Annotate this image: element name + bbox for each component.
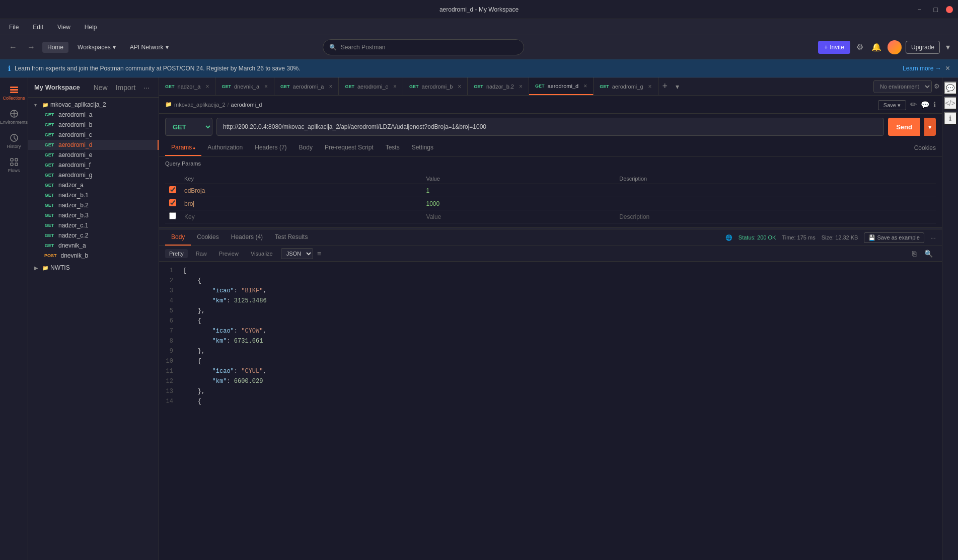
tab-close-icon[interactable]: × [329,83,332,90]
resp-tab-body[interactable]: Body [165,229,191,246]
tab-aerodromi_c[interactable]: GET aerodromi_c × [339,77,403,95]
format-icon-button[interactable]: ≡ [317,250,321,258]
param-checkbox-empty[interactable] [169,212,176,219]
banner-close-button[interactable]: × [945,64,950,73]
upgrade-dropdown-button[interactable]: ▾ [944,40,952,54]
tab-tests[interactable]: Tests [380,140,406,156]
add-tab-button[interactable]: + [658,81,672,92]
resp-tab-headers[interactable]: Headers (4) [225,229,269,246]
notifications-button[interactable]: 🔔 [869,40,883,54]
tree-item-nadzor_b2[interactable]: GET nadzor_b.2 [28,200,159,210]
menu-edit[interactable]: Edit [30,22,46,33]
sidebar-item-history[interactable]: History [3,130,25,152]
pretty-button[interactable]: Pretty [165,249,188,258]
more-tabs-button[interactable]: ▾ [672,83,683,91]
info-button[interactable]: ℹ [933,100,936,109]
tree-item-aerodromi_c[interactable]: GET aerodromi_c [28,130,159,140]
close-button[interactable] [946,6,953,13]
invite-button[interactable]: + Invite [818,41,850,54]
sidebar-item-environments[interactable]: Environments [3,106,25,128]
tab-nadzor_a[interactable]: GET nadzor_a × [159,77,215,95]
tab-params[interactable]: Params● [165,140,201,156]
tree-item-dnevnik_a[interactable]: GET dnevnik_a [28,241,159,251]
avatar[interactable] [888,40,902,54]
breadcrumb-collection[interactable]: mkovac_aplikacija_2 [174,102,226,108]
tree-item-nadzor_b1[interactable]: GET nadzor_b.1 [28,190,159,200]
maximize-button[interactable]: □ [930,5,942,15]
menu-help[interactable]: Help [82,22,100,33]
copy-button[interactable]: ⎘ [909,248,919,259]
menu-view[interactable]: View [54,22,73,33]
tab-pre-request[interactable]: Pre-request Script [319,140,380,156]
visualize-button[interactable]: Visualize [247,249,277,258]
right-icon-2[interactable]: </> [944,97,957,110]
comment-button[interactable]: 💬 [921,100,929,109]
tab-dnevnik_a[interactable]: GET dnevnik_a × [215,77,274,95]
tab-headers[interactable]: Headers (7) [249,140,292,156]
settings-button[interactable]: ⚙ [854,40,865,54]
url-input[interactable] [216,118,884,136]
tree-item-nadzor_a[interactable]: GET nadzor_a [28,180,159,190]
menu-file[interactable]: File [6,22,22,33]
learn-more-link[interactable]: Learn more → [903,65,941,72]
param-value-1[interactable]: 1 [422,184,616,197]
tab-aerodromi_d[interactable]: GET aerodromi_d × [529,77,594,95]
sidebar-item-collections[interactable]: Collections [3,82,25,104]
tab-authorization[interactable]: Authorization [201,140,249,156]
env-settings-button[interactable]: ⚙ [932,81,942,92]
tab-settings[interactable]: Settings [406,140,439,156]
tab-close-icon[interactable]: × [393,83,397,90]
resp-tab-test-results[interactable]: Test Results [269,229,314,246]
home-button[interactable]: Home [42,42,68,53]
tab-close-icon[interactable]: × [205,83,209,90]
tab-close-icon[interactable]: × [583,83,587,90]
tab-aerodromi_b[interactable]: GET aerodromi_b × [403,77,468,95]
tree-item-nadzor_c2[interactable]: GET nadzor_c.2 [28,230,159,241]
tab-close-icon[interactable]: × [458,83,461,90]
new-button[interactable]: New [91,83,111,93]
forward-button[interactable]: → [24,41,38,54]
tree-item-aerodromi_f[interactable]: GET aerodromi_f [28,160,159,170]
param-value-empty[interactable]: Value [422,210,616,223]
tree-item-aerodromi_d[interactable]: GET aerodromi_d [28,140,159,150]
tab-nadzor_b2[interactable]: GET nadzor_b.2 × [468,77,529,95]
send-button[interactable]: Send [888,118,920,136]
param-key-empty[interactable]: Key [180,210,422,223]
back-button[interactable]: ← [6,41,20,54]
save-example-button[interactable]: 💾 Save as example [864,232,924,243]
right-icon-3[interactable]: ℹ [944,112,957,125]
send-dropdown-button[interactable]: ▾ [924,118,936,136]
api-network-button[interactable]: API Network ▾ [125,42,174,53]
edit-button[interactable]: ✏ [910,100,917,109]
workspaces-button[interactable]: Workspaces ▾ [72,42,121,53]
tree-item-nadzor_c1[interactable]: GET nadzor_c.1 [28,220,159,230]
import-button[interactable]: Import [113,83,139,93]
environment-select[interactable]: No environment [873,80,932,93]
tree-item-aerodromi_b[interactable]: GET aerodromi_b [28,120,159,130]
param-checkbox-2[interactable] [169,199,176,206]
tab-aerodromi_a[interactable]: GET aerodromi_a × [274,77,339,95]
format-select[interactable]: JSON XML HTML [281,248,313,259]
sidebar-item-flows[interactable]: Flows [3,154,25,176]
raw-button[interactable]: Raw [192,249,211,258]
param-value-2[interactable]: 1000 [422,197,616,210]
search-response-button[interactable]: 🔍 [921,248,936,259]
save-button[interactable]: Save ▾ [878,100,906,109]
tree-item-nadzor_b3[interactable]: GET nadzor_b.3 [28,210,159,220]
tree-item-aerodromi_a[interactable]: GET aerodromi_a [28,110,159,120]
tab-close-icon[interactable]: × [648,83,652,90]
tab-close-icon[interactable]: × [519,83,523,90]
resp-tab-cookies[interactable]: Cookies [191,229,225,246]
cookies-link[interactable]: Cookies [914,144,936,151]
more-options-button[interactable]: ··· [930,234,936,242]
tab-body[interactable]: Body [293,140,319,156]
param-checkbox-1[interactable] [169,186,176,193]
tree-item-aerodromi_e[interactable]: GET aerodromi_e [28,150,159,160]
param-key-2[interactable]: broj [180,197,422,210]
tab-aerodromi_g[interactable]: GET aerodromi_g × [594,77,658,95]
tree-item-nwtis[interactable]: ▶ 📁 NWTIS [28,263,159,273]
search-bar[interactable]: 🔍 Search Postman [323,39,524,55]
method-select[interactable]: GET POST PUT DELETE [165,118,212,136]
tree-item-dnevnik_b[interactable]: POST dnevnik_b [28,251,159,261]
minimize-button[interactable]: − [913,5,925,15]
